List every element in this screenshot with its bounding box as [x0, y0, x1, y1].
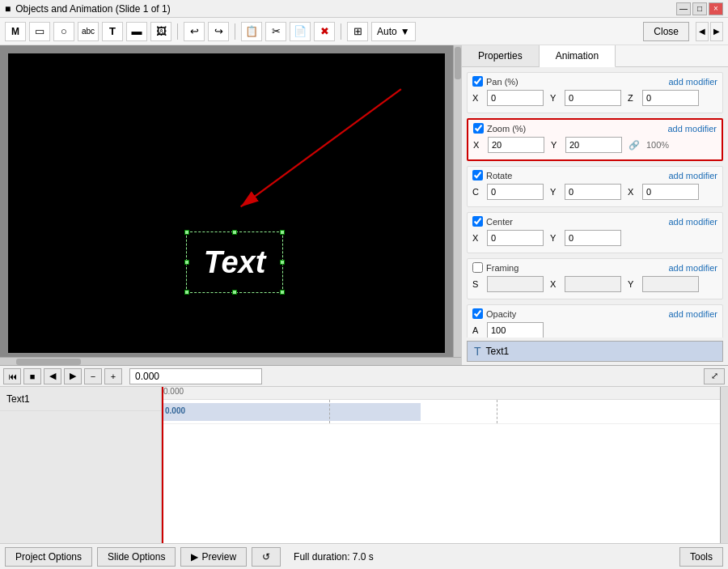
opacity-a-input[interactable]: [487, 322, 544, 338]
handle-tl[interactable]: [184, 230, 189, 235]
tools-button[interactable]: Tools: [679, 547, 723, 567]
zoom-x-label: X: [473, 140, 485, 150]
pan-add-modifier[interactable]: add modifier: [668, 77, 717, 87]
tl-prev-btn[interactable]: ◀: [44, 368, 61, 384]
maximize-button[interactable]: □: [692, 2, 707, 15]
center-add-modifier[interactable]: add modifier: [668, 217, 717, 227]
zoom-add-modifier[interactable]: add modifier: [667, 124, 717, 134]
pan-z-input[interactable]: [642, 90, 699, 106]
project-options-button[interactable]: Project Options: [5, 547, 92, 567]
svg-line-1: [241, 89, 401, 206]
tl-plus-btn[interactable]: +: [104, 368, 122, 384]
timeline-tracks[interactable]: 0.000 0.000: [162, 387, 720, 543]
tl-track-time: 0.000: [165, 406, 185, 415]
refresh-button[interactable]: ↺: [252, 547, 281, 567]
rotate-x-input[interactable]: [642, 184, 699, 200]
tl-stop-btn[interactable]: ■: [23, 368, 41, 384]
toolbar-auto-dropdown[interactable]: Auto ▼: [371, 22, 416, 41]
slide-options-button[interactable]: Slide Options: [97, 547, 176, 567]
center-group: Center add modifier X Y: [467, 212, 723, 253]
rotate-add-modifier[interactable]: add modifier: [668, 171, 717, 180]
framing-checkbox[interactable]: [472, 262, 483, 273]
object-label: Text1: [486, 346, 510, 357]
rotate-y-label: Y: [550, 187, 561, 197]
toolbar-oval-button[interactable]: ○: [53, 22, 74, 41]
toolbar-text-abc-button[interactable]: abc: [78, 22, 99, 41]
center-x-label: X: [472, 233, 484, 243]
center-label: Center: [486, 217, 665, 227]
toolbar-rect-button[interactable]: ▬: [126, 22, 147, 41]
zoom-checkbox[interactable]: [473, 123, 484, 134]
handle-tr[interactable]: [280, 230, 285, 235]
handle-lm[interactable]: [184, 260, 189, 265]
toolbar-select-button[interactable]: ▭: [29, 22, 50, 41]
center-checkbox[interactable]: [472, 216, 483, 227]
handle-bm[interactable]: [232, 290, 237, 295]
framing-y-input[interactable]: [642, 276, 699, 292]
toolbar-m-button[interactable]: M: [5, 22, 26, 41]
main-area: Text Properties Animation: [0, 45, 728, 365]
opacity-checkbox[interactable]: [472, 308, 483, 319]
window-close-button[interactable]: ×: [709, 2, 723, 15]
canvas-container[interactable]: Text: [0, 45, 453, 357]
pan-checkbox[interactable]: [472, 76, 483, 87]
toolbar-cut-btn[interactable]: ✂: [265, 22, 286, 41]
panel-nav-left[interactable]: ◀: [696, 22, 709, 41]
toolbar-delete-btn[interactable]: ✖: [314, 22, 335, 41]
panel-nav-right[interactable]: ▶: [710, 22, 723, 41]
tab-properties[interactable]: Properties: [462, 45, 540, 66]
close-button[interactable]: Close: [643, 22, 689, 41]
toolbar-image-button[interactable]: 🖼: [150, 22, 171, 41]
canvas-h-scrollbar[interactable]: [0, 357, 461, 365]
canvas-black: Text: [8, 53, 445, 353]
toolbar-text-button[interactable]: T: [102, 22, 123, 41]
timeline-body: Text1 0.000 0.000: [0, 387, 728, 543]
rotate-c-input[interactable]: [487, 184, 544, 200]
pan-y-input[interactable]: [565, 90, 621, 106]
tl-minus-btn[interactable]: −: [84, 368, 102, 384]
object-text-icon: T: [474, 345, 481, 358]
tl-time-input[interactable]: [129, 368, 262, 384]
timeline-v-scroll[interactable]: [720, 387, 728, 543]
rotate-group: Rotate add modifier C Y X: [467, 166, 723, 207]
tl-next-btn[interactable]: ▶: [64, 368, 82, 384]
toolbar-redo-button[interactable]: ↪: [208, 22, 229, 41]
center-x-input[interactable]: [487, 230, 544, 246]
rotate-y-input[interactable]: [565, 184, 621, 200]
pan-y-label: Y: [550, 93, 561, 103]
tab-bar: Properties Animation: [462, 45, 728, 67]
framing-y-label: Y: [628, 279, 639, 289]
pan-x-input[interactable]: [487, 90, 544, 106]
handle-bl[interactable]: [184, 290, 189, 295]
text-element[interactable]: Text: [186, 231, 283, 293]
preview-button[interactable]: ▶ Preview: [180, 547, 247, 567]
handle-br[interactable]: [280, 290, 285, 295]
canvas-v-scrollbar[interactable]: [453, 45, 461, 357]
framing-s-input[interactable]: [487, 276, 544, 292]
minimize-button[interactable]: —: [676, 2, 691, 15]
tl-back-btn[interactable]: ⏮: [3, 368, 21, 384]
tl-label-text: Text1: [6, 393, 30, 405]
framing-add-modifier[interactable]: add modifier: [668, 263, 717, 273]
rotate-checkbox[interactable]: [472, 170, 483, 180]
tl-expand-btn[interactable]: ⤢: [704, 368, 725, 384]
toolbar-copy-btn[interactable]: 📋: [241, 22, 262, 41]
zoom-group: Zoom (%) add modifier X Y 🔗 100%: [467, 118, 723, 161]
bottom-bar: Project Options Slide Options ▶ Preview …: [0, 543, 728, 569]
tab-animation[interactable]: Animation: [540, 45, 616, 67]
framing-x-input[interactable]: [565, 276, 621, 292]
toolbar-undo-button[interactable]: ↩: [184, 22, 205, 41]
toolbar-grid-btn[interactable]: ⊞: [347, 22, 368, 41]
object-list-item[interactable]: T Text1: [467, 341, 723, 362]
handle-rm[interactable]: [280, 260, 285, 265]
timeline-toolbar: ⏮ ■ ◀ ▶ − + ⤢: [0, 366, 728, 387]
rotate-x-label: X: [628, 187, 639, 197]
zoom-y-input[interactable]: [565, 137, 622, 153]
toolbar-paste-btn[interactable]: 📄: [290, 22, 311, 41]
toolbar-sep-3: [341, 23, 341, 40]
opacity-add-modifier[interactable]: add modifier: [668, 309, 717, 319]
zoom-x-input[interactable]: [488, 137, 544, 153]
panel-nav: ◀ ▶: [696, 22, 723, 41]
center-y-input[interactable]: [565, 230, 621, 246]
handle-tm[interactable]: [232, 230, 237, 235]
